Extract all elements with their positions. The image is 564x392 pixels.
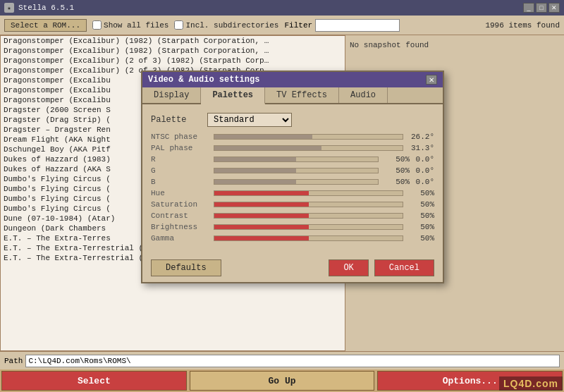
ntsc-phase-fill xyxy=(214,135,312,139)
gamma-row: Gamma 50% xyxy=(151,234,434,243)
g-label: G xyxy=(151,166,211,175)
app-title: Stella 6.5.1 xyxy=(18,4,74,12)
r-label: R xyxy=(151,155,211,164)
pal-phase-track[interactable] xyxy=(214,145,403,151)
saturation-value: 50% xyxy=(406,200,434,209)
ok-button[interactable]: OK xyxy=(329,259,368,276)
b-value: 50% xyxy=(381,178,410,186)
dialog-tabs: Display Palettes TV Effects Audio xyxy=(142,87,443,104)
defaults-button[interactable]: Defaults xyxy=(151,259,221,276)
g-row: G 50% 0.0° xyxy=(151,166,434,175)
path-bar: Path xyxy=(0,351,564,369)
filter-area: Filter xyxy=(284,19,400,32)
hue-row: Hue 50% xyxy=(151,189,434,197)
pal-phase-value: 31.3° xyxy=(406,144,434,152)
filter-input[interactable] xyxy=(315,19,400,32)
watermark: LQ4D.com xyxy=(499,376,563,391)
select-rom-button[interactable]: Select a ROM... xyxy=(4,19,87,32)
toolbar: Select a ROM... Show all files Incl. sub… xyxy=(0,16,564,35)
hue-label: Hue xyxy=(151,189,211,197)
items-count: 1996 items found xyxy=(485,21,560,30)
tab-display[interactable]: Display xyxy=(142,87,201,103)
app-icon: ★ xyxy=(4,3,14,13)
contrast-value: 50% xyxy=(406,212,434,220)
window-controls[interactable]: _ □ ✕ xyxy=(523,3,560,13)
contrast-fill xyxy=(214,214,309,218)
contrast-label: Contrast xyxy=(151,212,211,220)
palette-select[interactable]: Standard Z26 Custom xyxy=(207,113,292,127)
title-bar: ★ Stella 6.5.1 _ □ ✕ xyxy=(0,0,564,16)
tab-tv-effects[interactable]: TV Effects xyxy=(265,87,339,103)
b-label: B xyxy=(151,178,211,186)
b-track[interactable] xyxy=(214,179,379,185)
path-input[interactable] xyxy=(25,355,560,367)
r-angle: 0.0° xyxy=(410,155,434,164)
brightness-value: 50% xyxy=(406,223,434,231)
r-track[interactable] xyxy=(214,157,379,162)
show-all-files-checkbox[interactable] xyxy=(92,20,102,30)
dialog-title: Video & Audio settings xyxy=(148,75,259,85)
g-fill xyxy=(214,169,296,173)
brightness-fill xyxy=(214,225,309,229)
saturation-fill xyxy=(214,202,309,207)
select-button[interactable]: Select xyxy=(1,371,187,391)
hue-value: 50% xyxy=(406,189,434,197)
ntsc-phase-value: 26.2° xyxy=(406,133,434,141)
dialog-content: Palette Standard Z26 Custom NTSC phase 2… xyxy=(142,104,443,254)
saturation-row: Saturation 50% xyxy=(151,200,434,209)
bottom-bar: Select Go Up Options... xyxy=(0,369,564,392)
g-track[interactable] xyxy=(214,168,379,173)
gamma-value: 50% xyxy=(406,234,434,243)
palette-row: Palette Standard Z26 Custom xyxy=(151,113,434,127)
cancel-button[interactable]: Cancel xyxy=(374,259,434,276)
ntsc-phase-label: NTSC phase xyxy=(151,133,211,141)
ntsc-phase-track[interactable] xyxy=(214,134,403,140)
contrast-track[interactable] xyxy=(214,213,403,219)
close-button[interactable]: ✕ xyxy=(548,3,560,13)
go-up-button[interactable]: Go Up xyxy=(190,371,375,391)
r-row: R 50% 0.0° xyxy=(151,155,434,164)
brightness-track[interactable] xyxy=(214,224,403,230)
r-value: 50% xyxy=(381,155,410,164)
saturation-track[interactable] xyxy=(214,202,403,207)
gamma-fill xyxy=(214,236,309,240)
show-all-files-label[interactable]: Show all files xyxy=(92,20,168,30)
list-item[interactable]: Dragonstomper (Excalibur) (1982) (Starpa… xyxy=(1,36,345,46)
minimize-button[interactable]: _ xyxy=(523,3,534,13)
dialog-buttons: Defaults OK Cancel xyxy=(142,254,443,282)
r-fill xyxy=(214,157,296,161)
tab-palettes[interactable]: Palettes xyxy=(201,87,265,104)
hue-fill xyxy=(214,191,309,195)
dialog-close-button[interactable]: ✕ xyxy=(426,75,437,85)
list-item[interactable]: Dragonstomper (Excalibur) (2 of 3) (1982… xyxy=(1,56,345,66)
incl-subdirs-checkbox[interactable] xyxy=(174,20,183,30)
b-angle: 0.0° xyxy=(410,178,434,186)
hue-track[interactable] xyxy=(214,190,403,196)
incl-subdirs-label[interactable]: Incl. subdirectories xyxy=(174,20,278,30)
pal-phase-row: PAL phase 31.3° xyxy=(151,144,434,152)
contrast-row: Contrast 50% xyxy=(151,212,434,220)
b-row: B 50% 0.0° xyxy=(151,178,434,186)
brightness-row: Brightness 50% xyxy=(151,223,434,231)
pal-phase-fill xyxy=(214,146,321,150)
maximize-button[interactable]: □ xyxy=(536,3,547,13)
gamma-track[interactable] xyxy=(214,235,403,241)
list-item[interactable]: Dragonstomper (Excalibur) (1982) (Starpa… xyxy=(1,46,345,56)
info-line: No snapshot found xyxy=(350,39,560,51)
saturation-label: Saturation xyxy=(151,200,211,209)
gamma-label: Gamma xyxy=(151,234,211,243)
dialog-titlebar: Video & Audio settings ✕ xyxy=(142,72,443,87)
ntsc-phase-row: NTSC phase 26.2° xyxy=(151,133,434,141)
path-label: Path xyxy=(4,357,23,365)
video-audio-dialog: Video & Audio settings ✕ Display Palette… xyxy=(141,71,444,283)
pal-phase-label: PAL phase xyxy=(151,144,211,152)
palette-label: Palette xyxy=(151,115,207,125)
tab-audio[interactable]: Audio xyxy=(339,87,388,103)
b-fill xyxy=(214,180,296,184)
g-angle: 0.0° xyxy=(410,166,434,175)
g-value: 50% xyxy=(381,166,410,175)
brightness-label: Brightness xyxy=(151,223,211,231)
